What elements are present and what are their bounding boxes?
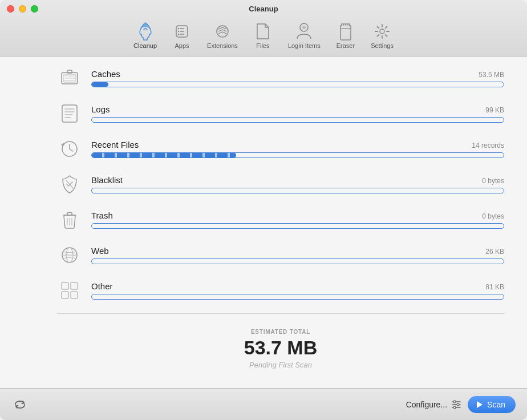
category-row-blacklist: Blacklist 0 bytes [57, 172, 504, 197]
svg-rect-11 [62, 105, 77, 122]
toolbar-item-eraser[interactable]: Eraser [329, 20, 363, 51]
svg-point-3 [178, 34, 179, 35]
web-content: Web 26 KB [91, 246, 504, 264]
divider [57, 313, 504, 314]
recent-files-progress [91, 152, 504, 158]
configure-button[interactable]: Configure... [406, 399, 462, 410]
category-row-caches: Caches 53.5 MB [57, 66, 504, 91]
window-title: Cleanup [249, 5, 278, 13]
minimize-button[interactable] [19, 5, 26, 13]
logs-content: Logs 99 KB [91, 104, 504, 123]
toolbar-label-apps: Apps [175, 42, 189, 49]
refresh-button[interactable] [11, 396, 29, 413]
caches-name: Caches [91, 69, 120, 79]
caches-fill [92, 82, 108, 87]
extensions-icon [213, 22, 232, 41]
other-size: 81 KB [485, 283, 504, 291]
category-row-other: Other 81 KB [57, 278, 504, 303]
caches-content: Caches 53.5 MB [91, 69, 504, 87]
summary: ESTIMATED TOTAL 53.7 MB Pending First Sc… [57, 323, 504, 369]
svg-point-21 [457, 403, 459, 406]
toolbar-label-extensions: Extensions [207, 42, 238, 49]
svg-point-7 [380, 29, 384, 34]
web-size: 26 KB [485, 248, 504, 256]
blacklist-size: 0 bytes [482, 177, 504, 185]
category-row-logs: Logs 99 KB [57, 101, 504, 126]
trash-size: 0 bytes [482, 212, 504, 220]
cleanup-icon [136, 22, 155, 41]
recent-files-fill [92, 153, 236, 158]
titlebar: Cleanup Cleanup [0, 0, 527, 56]
summary-label: ESTIMATED TOTAL [57, 329, 504, 335]
maximize-button[interactable] [31, 5, 38, 13]
close-button[interactable] [7, 5, 14, 13]
login-items-icon [295, 22, 313, 41]
category-row-web: Web 26 KB [57, 243, 504, 268]
summary-pending: Pending First Scan [57, 361, 504, 369]
scan-label: Scan [487, 400, 505, 409]
toolbar: Cleanup Apps [125, 15, 402, 56]
svg-rect-17 [71, 282, 78, 289]
svg-point-1 [178, 28, 179, 29]
toolbar-item-cleanup[interactable]: Cleanup [125, 20, 165, 51]
other-name: Other [91, 281, 113, 291]
category-row-recent-files: Recent Files 14 records [57, 136, 504, 161]
caches-size: 53.5 MB [479, 71, 504, 79]
settings-icon [373, 22, 391, 41]
toolbar-label-files: Files [256, 42, 269, 49]
blacklist-icon [57, 172, 82, 197]
recent-files-content: Recent Files 14 records [91, 140, 504, 158]
svg-rect-16 [62, 282, 68, 289]
toolbar-item-apps[interactable]: Apps [165, 20, 199, 51]
toolbar-item-extensions[interactable]: Extensions [199, 20, 246, 51]
svg-rect-19 [71, 292, 78, 298]
svg-point-20 [453, 401, 456, 403]
bottom-right: Configure... Scan [406, 396, 516, 413]
apps-icon [173, 22, 191, 41]
svg-point-22 [453, 406, 456, 409]
other-content: Other 81 KB [91, 281, 504, 300]
svg-rect-10 [67, 70, 72, 73]
toolbar-label-eraser: Eraser [337, 42, 355, 49]
toolbar-item-settings[interactable]: Settings [363, 20, 402, 51]
summary-total: 53.7 MB [57, 337, 504, 358]
recent-files-name: Recent Files [91, 140, 139, 150]
bottom-bar: Configure... Scan [0, 388, 527, 420]
category-row-trash: Trash 0 bytes [57, 207, 504, 232]
eraser-icon [337, 22, 355, 41]
recent-files-size: 14 records [472, 142, 504, 150]
other-icon [57, 278, 82, 303]
svg-point-6 [302, 26, 306, 29]
blacklist-name: Blacklist [91, 175, 123, 185]
trash-name: Trash [91, 211, 113, 220]
toolbar-item-login-items[interactable]: Login Items [280, 20, 329, 51]
web-name: Web [91, 246, 109, 256]
files-icon [254, 22, 272, 41]
blacklist-content: Blacklist 0 bytes [91, 175, 504, 193]
logs-icon [57, 101, 82, 126]
blacklist-progress [91, 188, 504, 193]
logs-name: Logs [91, 104, 110, 114]
toolbar-item-files[interactable]: Files [246, 20, 280, 51]
trash-icon [57, 207, 82, 232]
toolbar-label-settings: Settings [371, 42, 394, 49]
window-controls[interactable] [7, 5, 38, 13]
svg-point-2 [178, 31, 179, 32]
svg-rect-18 [62, 292, 68, 298]
web-progress [91, 259, 504, 264]
recent-files-icon [57, 136, 82, 161]
caches-icon [57, 66, 82, 91]
trash-progress [91, 223, 504, 229]
caches-progress [91, 82, 504, 87]
toolbar-label-login-items: Login Items [288, 42, 321, 49]
configure-label: Configure... [406, 400, 447, 409]
toolbar-label-cleanup: Cleanup [133, 42, 157, 49]
trash-content: Trash 0 bytes [91, 211, 504, 229]
logs-progress [91, 117, 504, 123]
other-progress [91, 294, 504, 300]
main-content: Caches 53.5 MB Logs 99 KB [0, 56, 527, 388]
logs-size: 99 KB [485, 106, 504, 114]
web-icon [57, 243, 82, 268]
scan-button[interactable]: Scan [468, 396, 516, 413]
